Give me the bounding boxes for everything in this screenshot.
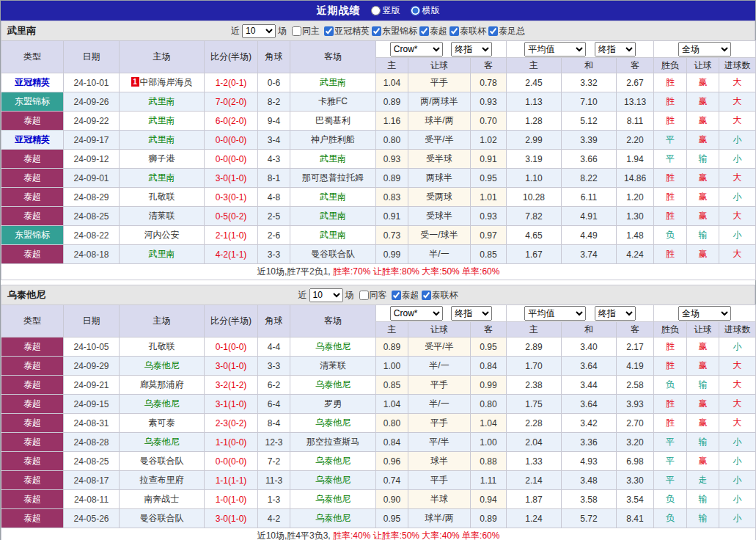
away-team-link[interactable]: 那空拉查斯马 [307,437,359,447]
odds-select-cell: Crow* 终指 [376,305,507,322]
league-filter[interactable]: 泰联杯 [422,289,458,302]
away-team-link[interactable]: 清莱联 [320,360,346,371]
away-team-link[interactable]: 武里南 [320,77,346,87]
same-venue-filter[interactable]: 同主 [292,25,320,37]
away-team-link[interactable]: 乌泰他尼 [315,513,351,523]
league-checkbox[interactable] [392,291,401,300]
league-filter[interactable]: 泰超 [419,25,447,37]
away-team-link[interactable]: 乌泰他尼 [315,475,351,485]
home-team-link[interactable]: 乌泰他尼 [144,360,180,371]
result-outcome-cell: 胜 [654,169,687,188]
scope-select[interactable]: 全场 [678,306,731,321]
result-outcome-cell: 负 [654,226,687,245]
home-team-link[interactable]: 武里南 [149,172,175,183]
avg-stage-select[interactable]: 终指 [595,42,636,56]
away-team-link[interactable]: 乌泰他尼 [315,456,351,466]
odds-source-select[interactable]: Crow* [390,42,443,56]
home-team-link[interactable]: 曼谷联合队 [140,513,184,523]
home-team-link[interactable]: 武里南 [149,249,175,259]
away-team-link[interactable]: 乌泰他尼 [315,341,351,351]
home-team-link[interactable]: 乌泰他尼 [144,437,180,447]
home-team-cell: 素可泰 [120,414,205,433]
match-date-cell: 24-08-29 [64,188,120,207]
league-checkbox[interactable] [488,26,498,36]
away-team-link[interactable]: 乌泰他尼 [315,417,351,428]
recent-count-select[interactable]: 10 [242,24,276,38]
home-team-link[interactable]: 武里南 [149,96,175,106]
home-team-link[interactable]: 拉查布里府 [140,475,184,485]
same-venue-checkbox[interactable] [359,291,369,300]
summary-row: 近10场,胜4平3负3, 胜率:40% 让胜率:50% 大率:40% 单率:60… [1,528,756,540]
league-checkbox[interactable] [449,26,459,36]
avg-home-cell: 1.75 [507,395,562,414]
home-team-link[interactable]: 河内公安 [144,230,180,240]
avg-stage-select[interactable]: 终指 [595,306,636,321]
away-team-link[interactable]: 乌泰他尼 [315,379,351,390]
league-filter[interactable]: 东盟锦标 [372,25,417,37]
scope-select[interactable]: 全场 [678,42,731,56]
col-score: 比分(半场) [205,305,258,338]
league-checkbox[interactable] [419,26,429,36]
away-team-link[interactable]: 那可恩普拉托姆 [302,172,364,183]
horizontal-layout-radio[interactable] [411,6,420,15]
result-goals-cell: 大 [719,207,756,226]
home-team-link[interactable]: 南奔战士 [144,494,180,504]
home-team-link[interactable]: 孔敬联 [149,191,175,202]
away-team-link[interactable]: 曼谷联合队 [311,249,355,259]
away-team-link[interactable]: 罗勇 [324,398,342,409]
league-filter[interactable]: 泰联杯 [449,25,486,37]
layout-option-horizontal[interactable]: 横版 [411,4,440,17]
league-checkbox[interactable] [372,26,381,36]
away-team-link[interactable]: 卡雅FC [318,96,348,106]
odds-away-cell: 1.00 [471,433,507,452]
odds-home-cell: 0.96 [376,452,408,471]
vertical-layout-radio[interactable] [371,6,381,15]
home-team-link[interactable]: 廊莫那浦府 [140,379,184,390]
away-team-link[interactable]: 神户胜利船 [311,134,355,145]
same-venue-filter[interactable]: 同客 [359,289,387,302]
odds-source-select[interactable]: Crow* [390,306,443,321]
home-team-link[interactable]: 素可泰 [149,417,175,428]
odds-handicap-cell: 两/两球半 [408,92,471,112]
home-team-link[interactable]: 清莱联 [149,211,175,221]
score-cell: 4-2(1-1) [205,245,258,264]
result-handicap-cell: 赢 [687,245,719,264]
away-team-link[interactable]: 武里南 [320,230,346,240]
odds-stage-select[interactable]: 终指 [451,42,492,56]
odds-stage-select[interactable]: 终指 [451,306,492,321]
away-team-link[interactable]: 武里南 [320,211,346,221]
home-team-link[interactable]: 中部海岸海员 [140,77,193,87]
away-team-link[interactable]: 乌泰他尼 [315,494,351,504]
league-filter[interactable]: 泰足总 [488,25,525,37]
avg-source-select[interactable]: 平均值 [524,306,586,321]
home-team-link[interactable]: 乌泰他尼 [144,398,180,409]
result-goals-cell: 大 [719,395,756,414]
same-venue-checkbox[interactable] [292,26,301,36]
home-team-link[interactable]: 孔敬联 [149,341,175,351]
league-filter[interactable]: 亚冠精英 [324,25,370,37]
avg-away-cell: 3.30 [617,471,654,490]
result-handicap-cell: 赢 [687,92,719,112]
avg-source-select[interactable]: 平均值 [524,42,586,56]
subcol-result: 胜负 [654,58,687,73]
match-date-cell: 24-05-26 [64,509,120,528]
recent-count-select[interactable]: 10 [309,288,343,302]
home-team-link[interactable]: 武里南 [149,115,175,125]
away-team-link[interactable]: 武里南 [320,191,346,202]
home-team-link[interactable]: 武里南 [149,134,175,145]
result-outcome-cell: 负 [654,509,687,528]
home-team-link[interactable]: 曼谷联合队 [140,456,184,466]
result-goals-cell: 小 [719,338,756,357]
home-team-link[interactable]: 狮子港 [149,153,175,164]
away-team-link[interactable]: 巴蜀基利 [315,115,351,125]
layout-option-vertical[interactable]: 竖版 [371,4,400,17]
odds-away-cell: 0.95 [471,338,507,357]
league-checkbox[interactable] [324,26,334,36]
league-type-cell: 泰超 [1,245,64,264]
corner-cell: 2-6 [258,226,290,245]
away-team-link[interactable]: 武里南 [320,153,346,164]
league-filter[interactable]: 泰超 [392,289,419,302]
league-checkbox[interactable] [422,291,431,300]
score-cell: 1-2(0-1) [205,73,258,92]
league-type-cell: 泰超 [1,150,64,169]
